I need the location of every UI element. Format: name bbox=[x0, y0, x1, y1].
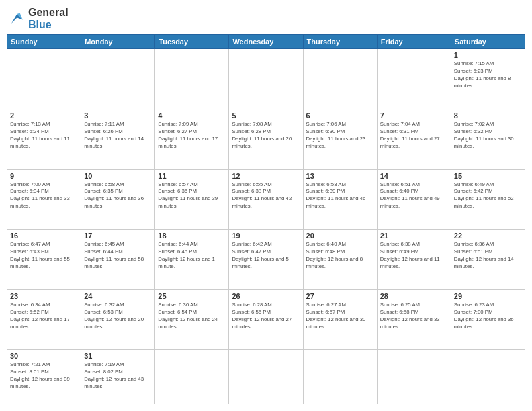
day-info: Sunrise: 7:04 AM Sunset: 6:31 PM Dayligh… bbox=[380, 121, 448, 150]
day-number: 18 bbox=[158, 232, 226, 240]
day-number: 8 bbox=[454, 111, 522, 120]
weekday-header-monday: Monday bbox=[81, 35, 155, 49]
day-number: 28 bbox=[380, 292, 448, 300]
day-number: 29 bbox=[454, 292, 522, 300]
calendar-cell: 17Sunrise: 6:45 AM Sunset: 6:44 PM Dayli… bbox=[81, 230, 155, 290]
day-info: Sunrise: 6:27 AM Sunset: 6:57 PM Dayligh… bbox=[306, 302, 374, 331]
day-info: Sunrise: 6:25 AM Sunset: 6:58 PM Dayligh… bbox=[380, 302, 448, 331]
calendar-cell: 29Sunrise: 6:23 AM Sunset: 7:00 PM Dayli… bbox=[451, 289, 525, 350]
day-info: Sunrise: 6:32 AM Sunset: 6:53 PM Dayligh… bbox=[84, 302, 152, 331]
calendar-week-row: 23Sunrise: 6:34 AM Sunset: 6:52 PM Dayli… bbox=[7, 289, 525, 350]
calendar-week-row: 2Sunrise: 7:13 AM Sunset: 6:24 PM Daylig… bbox=[7, 109, 525, 169]
day-number: 10 bbox=[84, 172, 152, 180]
day-number: 3 bbox=[84, 111, 152, 120]
day-info: Sunrise: 6:38 AM Sunset: 6:49 PM Dayligh… bbox=[380, 241, 448, 271]
calendar-week-row: 9Sunrise: 7:00 AM Sunset: 6:34 PM Daylig… bbox=[7, 169, 525, 230]
calendar-cell: 21Sunrise: 6:38 AM Sunset: 6:49 PM Dayli… bbox=[377, 230, 451, 290]
day-number: 24 bbox=[84, 292, 152, 300]
day-info: Sunrise: 7:08 AM Sunset: 6:28 PM Dayligh… bbox=[232, 121, 300, 150]
day-number: 15 bbox=[454, 172, 522, 180]
calendar-cell bbox=[155, 350, 229, 404]
day-info: Sunrise: 7:15 AM Sunset: 6:23 PM Dayligh… bbox=[454, 60, 522, 90]
weekday-header-wednesday: Wednesday bbox=[229, 35, 303, 49]
weekday-header-saturday: Saturday bbox=[451, 35, 525, 49]
header: General Blue bbox=[7, 7, 525, 30]
day-info: Sunrise: 6:55 AM Sunset: 6:38 PM Dayligh… bbox=[232, 181, 300, 211]
calendar-cell: 12Sunrise: 6:55 AM Sunset: 6:38 PM Dayli… bbox=[229, 169, 303, 230]
calendar-cell bbox=[229, 49, 303, 109]
calendar-cell: 6Sunrise: 7:06 AM Sunset: 6:30 PM Daylig… bbox=[303, 109, 377, 169]
day-info: Sunrise: 6:42 AM Sunset: 6:47 PM Dayligh… bbox=[232, 241, 300, 271]
day-info: Sunrise: 7:06 AM Sunset: 6:30 PM Dayligh… bbox=[306, 121, 374, 150]
day-number: 30 bbox=[10, 352, 78, 360]
day-number: 2 bbox=[10, 111, 78, 120]
calendar-cell: 13Sunrise: 6:53 AM Sunset: 6:39 PM Dayli… bbox=[303, 169, 377, 230]
day-number: 16 bbox=[10, 232, 78, 240]
calendar-cell: 14Sunrise: 6:51 AM Sunset: 6:40 PM Dayli… bbox=[377, 169, 451, 230]
page: General Blue SundayMondayTuesdayWednesda… bbox=[0, 0, 532, 411]
day-info: Sunrise: 6:58 AM Sunset: 6:35 PM Dayligh… bbox=[84, 181, 152, 211]
weekday-header-sunday: Sunday bbox=[7, 35, 81, 49]
day-number: 5 bbox=[232, 111, 300, 120]
logo-text: General Blue bbox=[28, 7, 69, 30]
day-info: Sunrise: 6:40 AM Sunset: 6:48 PM Dayligh… bbox=[306, 241, 374, 271]
day-number: 9 bbox=[10, 172, 78, 180]
day-info: Sunrise: 7:02 AM Sunset: 6:32 PM Dayligh… bbox=[454, 121, 522, 150]
calendar-cell bbox=[377, 350, 451, 404]
day-info: Sunrise: 7:09 AM Sunset: 6:27 PM Dayligh… bbox=[158, 121, 226, 150]
calendar-cell: 9Sunrise: 7:00 AM Sunset: 6:34 PM Daylig… bbox=[7, 169, 81, 230]
calendar-cell: 27Sunrise: 6:27 AM Sunset: 6:57 PM Dayli… bbox=[303, 289, 377, 350]
day-info: Sunrise: 6:36 AM Sunset: 6:51 PM Dayligh… bbox=[454, 241, 522, 271]
calendar-cell: 7Sunrise: 7:04 AM Sunset: 6:31 PM Daylig… bbox=[377, 109, 451, 169]
day-info: Sunrise: 7:13 AM Sunset: 6:24 PM Dayligh… bbox=[10, 121, 78, 150]
day-number: 27 bbox=[306, 292, 374, 300]
calendar-cell bbox=[155, 49, 229, 109]
day-number: 17 bbox=[84, 232, 152, 240]
day-number: 6 bbox=[306, 111, 374, 120]
day-info: Sunrise: 6:34 AM Sunset: 6:52 PM Dayligh… bbox=[10, 302, 78, 331]
day-info: Sunrise: 6:28 AM Sunset: 6:56 PM Dayligh… bbox=[232, 302, 300, 331]
general-blue-bird-icon bbox=[7, 9, 26, 28]
calendar-cell: 19Sunrise: 6:42 AM Sunset: 6:47 PM Dayli… bbox=[229, 230, 303, 290]
day-info: Sunrise: 6:23 AM Sunset: 7:00 PM Dayligh… bbox=[454, 302, 522, 331]
calendar-cell bbox=[451, 350, 525, 404]
calendar-cell bbox=[81, 49, 155, 109]
calendar-cell: 16Sunrise: 6:47 AM Sunset: 6:43 PM Dayli… bbox=[7, 230, 81, 290]
weekday-header-row: SundayMondayTuesdayWednesdayThursdayFrid… bbox=[7, 35, 525, 49]
logo: General Blue bbox=[7, 7, 69, 30]
calendar-week-row: 30Sunrise: 7:21 AM Sunset: 8:01 PM Dayli… bbox=[7, 350, 525, 404]
calendar-cell: 2Sunrise: 7:13 AM Sunset: 6:24 PM Daylig… bbox=[7, 109, 81, 169]
weekday-header-tuesday: Tuesday bbox=[155, 35, 229, 49]
calendar-week-row: 1Sunrise: 7:15 AM Sunset: 6:23 PM Daylig… bbox=[7, 49, 525, 109]
calendar-header: SundayMondayTuesdayWednesdayThursdayFrid… bbox=[7, 35, 525, 49]
day-number: 21 bbox=[380, 232, 448, 240]
calendar-cell bbox=[377, 49, 451, 109]
day-info: Sunrise: 6:47 AM Sunset: 6:43 PM Dayligh… bbox=[10, 241, 78, 271]
weekday-header-thursday: Thursday bbox=[303, 35, 377, 49]
day-info: Sunrise: 7:11 AM Sunset: 6:26 PM Dayligh… bbox=[84, 121, 152, 150]
calendar-cell bbox=[7, 49, 81, 109]
day-info: Sunrise: 6:30 AM Sunset: 6:54 PM Dayligh… bbox=[158, 302, 226, 331]
calendar-cell: 26Sunrise: 6:28 AM Sunset: 6:56 PM Dayli… bbox=[229, 289, 303, 350]
calendar-table: SundayMondayTuesdayWednesdayThursdayFrid… bbox=[7, 34, 525, 404]
calendar-cell bbox=[303, 49, 377, 109]
day-info: Sunrise: 6:49 AM Sunset: 6:42 PM Dayligh… bbox=[454, 181, 522, 211]
calendar-cell: 5Sunrise: 7:08 AM Sunset: 6:28 PM Daylig… bbox=[229, 109, 303, 169]
calendar-cell: 22Sunrise: 6:36 AM Sunset: 6:51 PM Dayli… bbox=[451, 230, 525, 290]
day-number: 7 bbox=[380, 111, 448, 120]
calendar-body: 1Sunrise: 7:15 AM Sunset: 6:23 PM Daylig… bbox=[7, 49, 525, 404]
day-number: 26 bbox=[232, 292, 300, 300]
calendar-cell: 28Sunrise: 6:25 AM Sunset: 6:58 PM Dayli… bbox=[377, 289, 451, 350]
calendar-cell: 30Sunrise: 7:21 AM Sunset: 8:01 PM Dayli… bbox=[7, 350, 81, 404]
calendar-cell: 8Sunrise: 7:02 AM Sunset: 6:32 PM Daylig… bbox=[451, 109, 525, 169]
day-number: 12 bbox=[232, 172, 300, 180]
day-info: Sunrise: 7:00 AM Sunset: 6:34 PM Dayligh… bbox=[10, 181, 78, 211]
svg-marker-0 bbox=[11, 14, 23, 24]
day-info: Sunrise: 7:19 AM Sunset: 8:02 PM Dayligh… bbox=[84, 361, 152, 391]
day-number: 20 bbox=[306, 232, 374, 240]
day-number: 31 bbox=[84, 352, 152, 360]
day-info: Sunrise: 6:53 AM Sunset: 6:39 PM Dayligh… bbox=[306, 181, 374, 211]
day-number: 13 bbox=[306, 172, 374, 180]
calendar-cell bbox=[229, 350, 303, 404]
day-number: 23 bbox=[10, 292, 78, 300]
